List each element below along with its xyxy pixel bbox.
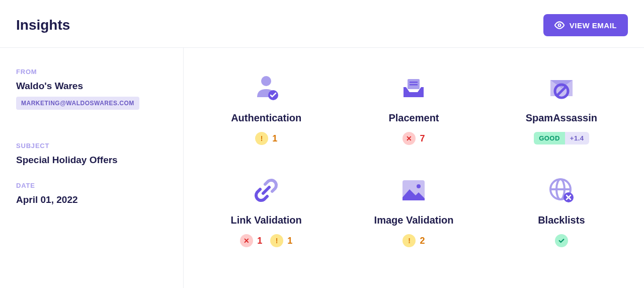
- svg-point-0: [558, 24, 560, 27]
- good-badge: GOOD +1.4: [534, 132, 589, 145]
- score-value: +1.4: [565, 132, 589, 145]
- card-status: ✕ 7: [403, 132, 425, 145]
- from-block: FROM Waldo's Wares MARKETING@WALDOSWARES…: [16, 68, 167, 126]
- inbox-icon: [398, 73, 429, 103]
- cards-grid: Authentication ! 1 Placement: [198, 73, 630, 247]
- warn-count: 1: [272, 133, 277, 144]
- from-email-badge: MARKETING@WALDOSWARES.COM: [16, 97, 139, 110]
- sidebar: FROM Waldo's Wares MARKETING@WALDOSWARES…: [0, 48, 184, 288]
- card-status: ! 1: [255, 132, 277, 145]
- subject-block: SUBJECT Special Holiday Offers: [16, 142, 167, 166]
- date-label: DATE: [16, 182, 167, 189]
- card-title: Image Validation: [374, 214, 454, 226]
- svg-rect-5: [410, 84, 418, 86]
- warn-count: 2: [420, 236, 425, 246]
- page-title: Insights: [16, 17, 70, 33]
- date-value: April 01, 2022: [16, 194, 167, 205]
- check-icon: [555, 234, 568, 247]
- svg-point-1: [261, 76, 271, 86]
- card-spamassassin[interactable]: SpamAssassin GOOD +1.4: [493, 73, 630, 145]
- user-check-icon: [251, 73, 281, 103]
- from-label: FROM: [16, 68, 167, 76]
- card-link-validation[interactable]: Link Validation ✕ 1 ! 1: [198, 175, 335, 247]
- card-title: Placement: [388, 112, 439, 124]
- view-email-button[interactable]: VIEW EMAIL: [543, 14, 628, 36]
- eye-icon: [554, 20, 565, 30]
- view-email-label: VIEW EMAIL: [570, 21, 617, 30]
- good-label: GOOD: [534, 132, 565, 145]
- error-icon: ✕: [240, 234, 253, 247]
- link-icon: [251, 175, 281, 205]
- error-count: 7: [420, 133, 425, 144]
- card-title: Link Validation: [231, 214, 302, 226]
- card-blacklists[interactable]: Blacklists: [493, 175, 630, 247]
- warn-icon: !: [270, 234, 283, 247]
- subject-value: Special Holiday Offers: [16, 155, 167, 166]
- error-icon: ✕: [403, 132, 416, 145]
- card-status: [555, 234, 568, 247]
- card-title: SpamAssassin: [526, 112, 597, 124]
- svg-rect-4: [410, 82, 418, 83]
- warn-count: 1: [287, 236, 292, 246]
- warn-icon: !: [255, 132, 268, 145]
- card-title: Blacklists: [538, 214, 585, 226]
- card-authentication[interactable]: Authentication ! 1: [198, 73, 335, 145]
- error-count: 1: [257, 236, 262, 246]
- card-status: ! 2: [403, 234, 425, 247]
- header: Insights VIEW EMAIL: [0, 0, 644, 48]
- card-title: Authentication: [231, 112, 301, 124]
- subject-label: SUBJECT: [16, 142, 167, 150]
- globe-block-icon: [546, 175, 577, 205]
- card-placement[interactable]: Placement ✕ 7: [345, 73, 482, 145]
- content: FROM Waldo's Wares MARKETING@WALDOSWARES…: [0, 48, 644, 288]
- main: Authentication ! 1 Placement: [184, 48, 644, 288]
- spam-block-icon: [546, 73, 577, 103]
- date-block: DATE April 01, 2022: [16, 182, 167, 205]
- card-status: GOOD +1.4: [534, 132, 589, 145]
- image-icon: [398, 175, 429, 205]
- card-image-validation[interactable]: Image Validation ! 2: [345, 175, 482, 247]
- svg-point-9: [417, 184, 421, 188]
- card-status: ✕ 1 ! 1: [240, 234, 292, 247]
- warn-icon: !: [403, 234, 416, 247]
- from-value: Waldo's Wares: [16, 81, 167, 92]
